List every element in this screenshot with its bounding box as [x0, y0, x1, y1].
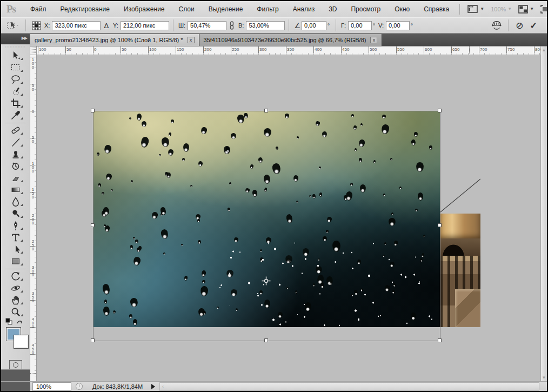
- path-selection-tool[interactable]: [1, 243, 30, 255]
- link-dimensions-icon[interactable]: [229, 21, 235, 30]
- horizontal-ruler[interactable]: 1005005010015020025030035040045050055060…: [37, 46, 540, 55]
- menu-item-9[interactable]: Просмотр: [344, 1, 387, 17]
- shape-tool[interactable]: [1, 255, 30, 267]
- hskew-input[interactable]: 0,00: [348, 21, 372, 30]
- raindrop-sparkle: [295, 242, 296, 243]
- vskew-input[interactable]: 0,00: [386, 21, 410, 30]
- document-tab-2[interactable]: 35f4110946a9103473e26630e90bc525.jpg @ 6…: [199, 34, 383, 46]
- marquee-tool[interactable]: [1, 62, 30, 74]
- tab-close-icon[interactable]: x: [370, 37, 377, 43]
- transform-handle-middle-right[interactable]: [438, 223, 442, 227]
- menu-item-7[interactable]: Анализ: [286, 1, 322, 17]
- tools-panel-collapse-button[interactable]: ▶▶: [1, 34, 30, 44]
- type-tool[interactable]: [1, 231, 30, 243]
- tools-panel-grip[interactable]: :::::::::::::: [1, 44, 30, 50]
- angle-input[interactable]: 0,00: [302, 21, 326, 30]
- 3d-rotate-tool[interactable]: [1, 270, 30, 282]
- status-flyout-arrow[interactable]: [151, 384, 155, 389]
- quick-selection-tool[interactable]: [1, 85, 30, 97]
- crop-tool[interactable]: [1, 97, 30, 109]
- vertical-scrollbar[interactable]: ▲ ▼: [540, 46, 547, 381]
- raindrop: [416, 162, 424, 172]
- raindrop: [113, 310, 116, 314]
- photoshop-window: Ps ФайлРедактированиеИзображениеСлоиВыде…: [0, 0, 548, 392]
- h-ruler-label: 0: [94, 47, 96, 52]
- transform-reference-point[interactable]: [262, 276, 271, 288]
- eraser-tool[interactable]: [1, 172, 30, 184]
- menu-item-1[interactable]: Файл: [23, 1, 54, 17]
- canvas-pasteboard[interactable]: [37, 55, 540, 381]
- menu-item-4[interactable]: Слои: [172, 1, 202, 17]
- clone-stamp-tool[interactable]: [1, 148, 30, 160]
- document-background-image[interactable]: [440, 111, 480, 327]
- transform-handle-bottom-left[interactable]: [91, 338, 95, 342]
- brush-tool[interactable]: [1, 136, 30, 148]
- horizontal-scrollbar[interactable]: ‹: [159, 382, 539, 391]
- move-tool-icon: [10, 50, 21, 61]
- width-input[interactable]: 50,47%: [188, 21, 226, 30]
- zoom-tool-icon: [10, 307, 21, 317]
- tool-preset-icon[interactable]: [6, 21, 19, 30]
- raindrop: [355, 148, 357, 151]
- divider: [25, 19, 26, 31]
- raindrop-sparkle: [257, 295, 259, 297]
- raindrop-sparkle: [415, 256, 416, 258]
- zoom-tool[interactable]: [1, 306, 30, 318]
- move-tool[interactable]: [1, 50, 30, 62]
- menu-item-8[interactable]: 3D: [322, 1, 344, 17]
- gradient-tool[interactable]: [1, 184, 30, 196]
- height-input[interactable]: 53,00%: [246, 21, 285, 30]
- path-selection-tool-icon: [10, 244, 21, 255]
- raindrop: [264, 300, 270, 308]
- transform-handle-middle-left[interactable]: [91, 223, 95, 227]
- raindrop: [168, 132, 171, 136]
- lasso-tool[interactable]: [1, 74, 30, 85]
- swap-colors-icon[interactable]: [5, 318, 24, 329]
- pen-tool[interactable]: [1, 220, 30, 231]
- menu-item-6[interactable]: Фильтр: [250, 1, 285, 17]
- raindrop: [227, 207, 230, 211]
- x-input[interactable]: 323,00 пикс: [52, 21, 101, 30]
- raindrop: [161, 137, 170, 147]
- relative-position-toggle[interactable]: Δ: [101, 22, 112, 30]
- arrange-documents-button[interactable]: ▼: [516, 4, 536, 15]
- transform-handle-top-center[interactable]: [264, 109, 268, 112]
- healing-brush-tool[interactable]: [1, 124, 30, 136]
- scroll-down-arrow[interactable]: ▼: [541, 375, 547, 380]
- transform-handle-bottom-center[interactable]: [264, 338, 268, 342]
- history-brush-tool[interactable]: [1, 160, 30, 172]
- zoom-level-control[interactable]: 100% ▼: [489, 5, 514, 14]
- status-zoom-input[interactable]: 100%: [32, 382, 71, 391]
- hand-tool[interactable]: [1, 294, 30, 306]
- menu-item-3[interactable]: Изображение: [117, 1, 172, 17]
- raindrop: [97, 183, 101, 188]
- menu-item-11[interactable]: Справка: [417, 1, 456, 17]
- cancel-transform-button[interactable]: ⊘: [512, 20, 526, 31]
- menu-item-5[interactable]: Выделение: [202, 1, 250, 17]
- dodge-tool[interactable]: [1, 208, 30, 220]
- transform-handle-top-right[interactable]: [438, 109, 442, 112]
- screen-mode-button[interactable]: ▼: [538, 4, 548, 15]
- reference-point-locator[interactable]: [32, 21, 41, 30]
- scroll-left-arrow[interactable]: ‹: [160, 384, 166, 389]
- document-tab-label: gallery_promo21348423.jpg @ 100% (Слой 1…: [35, 37, 183, 43]
- raindrops-layer-image[interactable]: [93, 111, 440, 327]
- menu-item-10[interactable]: Окно: [387, 1, 417, 17]
- 3d-orbit-tool[interactable]: [1, 282, 30, 294]
- scroll-up-arrow[interactable]: ▲: [541, 48, 547, 52]
- quick-mask-button[interactable]: [9, 360, 22, 370]
- tab-close-icon[interactable]: x: [188, 37, 195, 43]
- transform-handle-top-left[interactable]: [91, 109, 95, 112]
- background-color-swatch[interactable]: [14, 335, 28, 348]
- menu-item-2[interactable]: Редактирование: [54, 1, 117, 17]
- document-tab-1[interactable]: gallery_promo21348423.jpg @ 100% (Слой 1…: [30, 34, 199, 46]
- transform-handle-bottom-right[interactable]: [438, 338, 442, 342]
- ruler-corner-box[interactable]: [30, 46, 37, 55]
- warp-mode-toggle[interactable]: [491, 21, 502, 30]
- launch-bridge-button[interactable]: ▼: [465, 4, 486, 15]
- blur-tool[interactable]: [1, 196, 30, 208]
- y-input[interactable]: 212,00 пикс: [121, 21, 169, 30]
- vertical-ruler[interactable]: 10050050100150200250300350400450: [30, 55, 37, 381]
- commit-transform-button[interactable]: ✓: [527, 21, 540, 31]
- eyedropper-tool[interactable]: [1, 109, 30, 121]
